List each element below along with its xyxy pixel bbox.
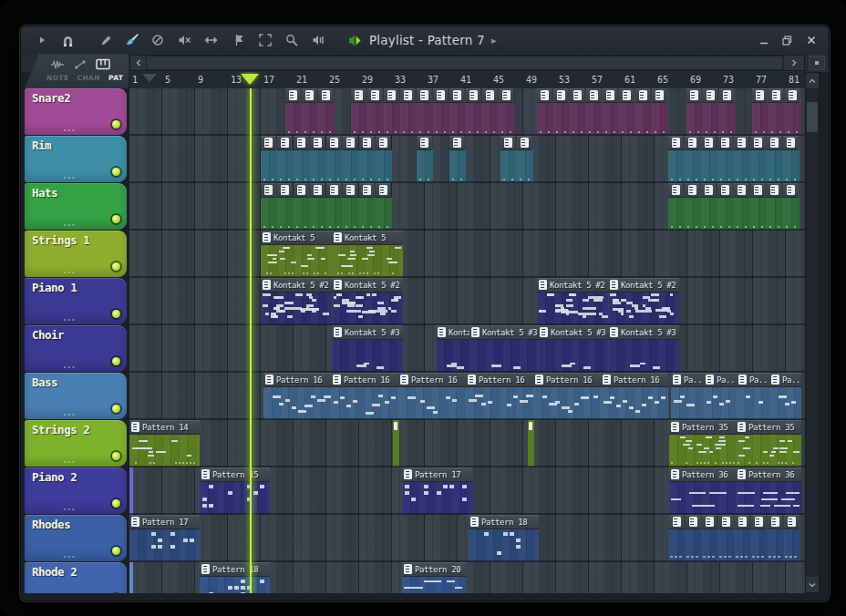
pattern-clip[interactable] bbox=[586, 88, 603, 135]
clip-body[interactable] bbox=[398, 387, 466, 419]
track-enable-led[interactable] bbox=[112, 357, 120, 365]
clip-header[interactable] bbox=[294, 136, 308, 150]
clip-header[interactable] bbox=[586, 88, 601, 103]
pattern-clip[interactable] bbox=[768, 515, 784, 561]
clip-header[interactable] bbox=[359, 183, 374, 198]
clip-body[interactable] bbox=[294, 150, 310, 182]
playhead-line[interactable] bbox=[250, 88, 252, 593]
mute-speaker-icon[interactable] bbox=[176, 32, 192, 48]
pattern-clip[interactable] bbox=[285, 88, 302, 135]
clip-header[interactable] bbox=[449, 88, 464, 103]
track-header-strings-1[interactable]: Strings 1... bbox=[25, 231, 127, 277]
clip-header[interactable] bbox=[499, 88, 513, 103]
clip-body[interactable] bbox=[417, 103, 433, 135]
clip-body[interactable] bbox=[537, 103, 553, 135]
track-header-rim[interactable]: Rim... bbox=[25, 136, 127, 182]
clip-body[interactable] bbox=[417, 150, 433, 182]
clip-body[interactable] bbox=[685, 198, 701, 230]
playlist-row-rim[interactable] bbox=[129, 136, 805, 183]
clip-body[interactable] bbox=[701, 198, 717, 230]
clip-body[interactable] bbox=[200, 482, 270, 514]
pattern-clip[interactable] bbox=[686, 88, 703, 135]
track-options-dots[interactable]: ... bbox=[63, 502, 76, 512]
clip-header[interactable]: Pattern 14 bbox=[129, 420, 200, 435]
pattern-clip[interactable] bbox=[686, 515, 702, 561]
pattern-clip[interactable] bbox=[261, 183, 277, 230]
clip-body[interactable] bbox=[735, 529, 751, 561]
pattern-clip-pattern-18[interactable]: Pattern 18 bbox=[469, 515, 539, 561]
pattern-clip[interactable] bbox=[376, 183, 392, 230]
track-options-dots[interactable]: ... bbox=[63, 123, 76, 133]
pattern-clip[interactable] bbox=[294, 183, 310, 230]
clip-header[interactable] bbox=[261, 183, 275, 198]
pattern-clip[interactable] bbox=[384, 88, 400, 135]
pattern-clip[interactable] bbox=[717, 136, 734, 182]
clip-header[interactable] bbox=[652, 88, 666, 103]
pattern-clip[interactable] bbox=[310, 136, 326, 182]
clip-body[interactable] bbox=[285, 103, 302, 135]
clip-header[interactable] bbox=[537, 88, 552, 103]
clip-header[interactable] bbox=[294, 183, 308, 198]
track-enable-led[interactable] bbox=[112, 405, 120, 413]
clip-header[interactable] bbox=[769, 88, 783, 103]
clip-header[interactable] bbox=[767, 183, 781, 198]
clip-body[interactable] bbox=[277, 198, 294, 230]
clip-body[interactable] bbox=[669, 482, 736, 514]
track-header-bass[interactable]: Bass... bbox=[25, 373, 127, 419]
clip-body[interactable] bbox=[769, 103, 785, 135]
clip-body[interactable] bbox=[331, 387, 398, 419]
clip-body[interactable] bbox=[517, 150, 533, 182]
clip-body[interactable] bbox=[400, 103, 417, 135]
clip-header[interactable] bbox=[318, 88, 333, 103]
clip-body[interactable] bbox=[499, 103, 515, 135]
pattern-clip[interactable] bbox=[734, 136, 750, 182]
tab-label-chan[interactable]: CHAN bbox=[77, 74, 100, 82]
clip-header[interactable] bbox=[367, 88, 382, 103]
playlist-row-snare2[interactable] bbox=[129, 88, 805, 136]
clip-body[interactable] bbox=[784, 529, 800, 561]
clip-body[interactable] bbox=[752, 103, 769, 135]
title-bar[interactable]: Playlist - Pattern 7 ▸ bbox=[21, 26, 829, 55]
pattern-clip-pa-[interactable]: Pa.. bbox=[704, 373, 737, 419]
track-options-dots[interactable]: ... bbox=[63, 265, 76, 275]
pattern-clip[interactable] bbox=[400, 88, 417, 135]
clip-header[interactable] bbox=[277, 136, 292, 150]
pattern-clip[interactable] bbox=[499, 88, 515, 135]
clip-header[interactable] bbox=[686, 515, 700, 529]
clip-header[interactable] bbox=[702, 515, 717, 529]
track-header-snare2[interactable]: Snare2... bbox=[25, 88, 127, 135]
clip-body[interactable] bbox=[734, 198, 750, 230]
clip-body[interactable] bbox=[359, 150, 376, 182]
clip-body[interactable] bbox=[351, 103, 367, 135]
horizontal-scroll-thumb[interactable] bbox=[147, 56, 782, 69]
pattern-clip[interactable] bbox=[343, 136, 359, 182]
pattern-clip-kontakt-5-3[interactable]: Kontakt 5 #3 bbox=[469, 325, 538, 372]
clip-body[interactable] bbox=[671, 387, 704, 419]
clip-body[interactable] bbox=[767, 198, 783, 230]
clip-header[interactable] bbox=[384, 88, 398, 103]
scroll-up-button[interactable] bbox=[806, 73, 819, 88]
minimize-button[interactable] bbox=[757, 34, 770, 47]
restore-button[interactable] bbox=[780, 34, 794, 47]
clip-body[interactable] bbox=[318, 103, 335, 135]
clip-header[interactable] bbox=[277, 183, 292, 198]
pattern-clip[interactable] bbox=[417, 88, 433, 135]
clip-header[interactable]: Pa.. bbox=[671, 373, 704, 387]
pattern-clip[interactable] bbox=[719, 88, 736, 135]
clip-header[interactable] bbox=[285, 88, 300, 103]
pattern-clip[interactable] bbox=[449, 136, 466, 182]
clip-header[interactable]: Pattern 35 bbox=[669, 420, 736, 435]
clip-header[interactable] bbox=[668, 183, 683, 198]
clip-body[interactable] bbox=[469, 529, 539, 561]
pattern-clip-pattern-36[interactable]: Pattern 36 bbox=[669, 467, 736, 514]
pattern-clip-kontakt-5-2[interactable]: Kontakt 5 #2 bbox=[608, 278, 679, 324]
pattern-clip-pa-[interactable]: Pa.. bbox=[769, 373, 801, 419]
clip-header[interactable]: Kontakt 5 #3 bbox=[436, 325, 469, 340]
clip-header[interactable] bbox=[376, 183, 390, 198]
clip-header[interactable]: Pattern 17 bbox=[129, 515, 200, 529]
timeline-ruler[interactable]: 159131721252933374145495357616569737781 bbox=[129, 72, 805, 89]
clip-body[interactable] bbox=[570, 103, 586, 135]
clip-body[interactable] bbox=[436, 340, 469, 372]
playlist-grid[interactable]: Kontakt 5Kontakt 5Kontakt 5 #2Kontakt 5 … bbox=[129, 88, 805, 593]
playhead-marker[interactable] bbox=[241, 74, 259, 85]
